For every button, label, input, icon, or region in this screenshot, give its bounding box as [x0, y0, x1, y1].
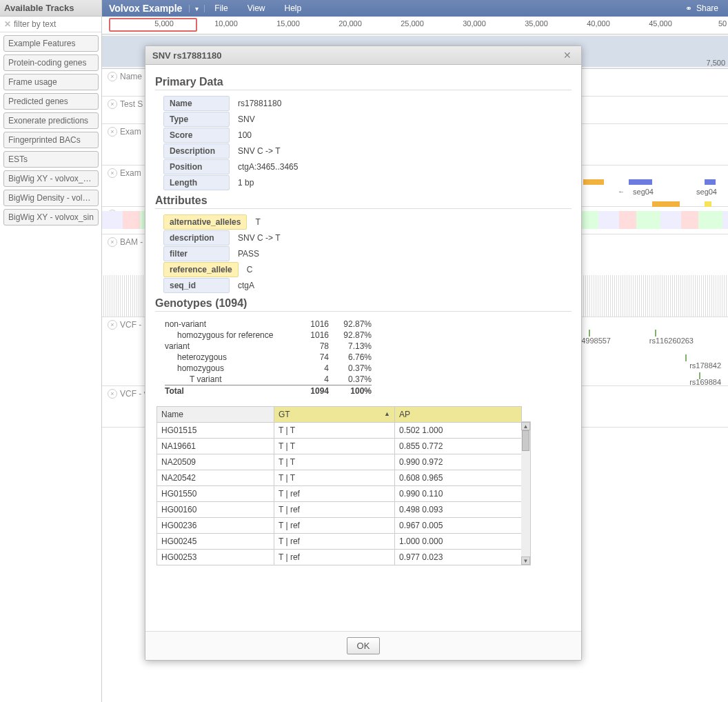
summary-row: homozygous for reference101692.87%: [165, 330, 372, 341]
table-row[interactable]: HG01515T | T0.502 1.000: [157, 423, 522, 439]
ruler[interactable]: 5,00010,00015,00020,00025,00030,00035,00…: [102, 17, 728, 34]
cell-ap: 0.967 0.005: [395, 518, 522, 534]
kv-row: TypeSNV: [163, 112, 572, 127]
topbar: Volvox Example ▾ File View Help ⚭Share: [102, 0, 728, 17]
cell-name: HG00245: [157, 534, 274, 550]
kv-key: reference_allele: [163, 262, 239, 277]
track-button[interactable]: BigWig XY - volvox_mic: [3, 170, 99, 187]
share-button[interactable]: ⚭Share: [676, 3, 728, 13]
overview-right-label: 7,500: [706, 59, 725, 67]
track-button[interactable]: Exonerate predictions: [3, 112, 99, 129]
vcf-variant[interactable]: [685, 354, 687, 361]
filter-row: ✕: [0, 17, 101, 32]
close-icon[interactable]: ✕: [560, 50, 574, 61]
table-row[interactable]: NA20509T | T0.990 0.972: [157, 454, 522, 470]
kv-row: alternative_allelesT: [163, 214, 572, 230]
track-label[interactable]: ×VCF -: [108, 320, 141, 330]
feature[interactable]: [705, 179, 716, 185]
menu-view[interactable]: View: [238, 3, 275, 13]
table-row[interactable]: HG00160T | ref0.498 0.093: [157, 502, 522, 518]
track-label[interactable]: ×Exam: [108, 127, 141, 137]
dialog-titlebar[interactable]: SNV rs17881180 ✕: [145, 46, 581, 65]
close-icon[interactable]: ×: [108, 99, 117, 109]
track-button[interactable]: Frame usage: [3, 74, 99, 90]
filter-input[interactable]: [14, 19, 83, 29]
feature[interactable]: [652, 201, 680, 207]
summary-row: non-variant101692.87%: [165, 319, 372, 330]
track-label[interactable]: ×BAM -: [108, 237, 143, 247]
cell-gt: T | ref: [274, 502, 395, 518]
clear-icon[interactable]: ✕: [4, 19, 11, 29]
track-label[interactable]: ×Test S: [108, 99, 143, 109]
summary-pct: 92.87%: [329, 319, 372, 329]
close-icon[interactable]: ×: [108, 168, 117, 178]
track-button[interactable]: Predicted genes: [3, 93, 99, 110]
table-row[interactable]: HG00253T | ref0.977 0.023: [157, 550, 522, 565]
scroll-thumb[interactable]: [522, 430, 529, 451]
kv-key: Length: [163, 175, 230, 190]
kv-value: SNV: [238, 114, 255, 124]
ok-button[interactable]: OK: [347, 637, 381, 654]
close-icon[interactable]: ×: [108, 72, 117, 81]
close-icon[interactable]: ×: [108, 127, 117, 137]
feature[interactable]: [629, 179, 652, 185]
summary-pct: 6.76%: [329, 352, 372, 362]
kv-value: T: [255, 217, 260, 227]
menu-help[interactable]: Help: [274, 3, 311, 13]
table-row[interactable]: HG01550T | ref0.990 0.110: [157, 486, 522, 502]
close-icon[interactable]: ×: [108, 389, 117, 399]
vcf-label: rs178842: [689, 361, 721, 370]
track-button[interactable]: Protein-coding genes: [3, 54, 99, 71]
summary-label: variant: [165, 341, 292, 351]
summary-pct: 0.37%: [329, 374, 372, 384]
summary-label: heterozygous: [165, 352, 292, 362]
close-icon[interactable]: ×: [108, 320, 117, 330]
col-ap[interactable]: AP: [395, 407, 522, 423]
menu-file[interactable]: File: [205, 3, 237, 13]
kv-key: Score: [163, 128, 230, 143]
feature[interactable]: [705, 201, 711, 207]
genotype-summary: non-variant101692.87%homozygous for refe…: [165, 319, 372, 397]
kv-value: SNV C -> T: [238, 146, 280, 156]
track-label[interactable]: ×Name: [108, 72, 142, 81]
kv-key: seq_id: [163, 278, 230, 293]
sort-asc-icon: ▲: [384, 410, 390, 417]
scroll-up-icon[interactable]: ▲: [521, 422, 530, 430]
col-gt[interactable]: GT▲: [274, 407, 395, 423]
track-label[interactable]: ×Exam: [108, 168, 141, 178]
kv-value: 100: [238, 130, 252, 140]
summary-count: 1016: [292, 330, 329, 340]
table-row[interactable]: NA20542T | T0.608 0.965: [157, 470, 522, 486]
kv-value: ctgA:3465..3465: [238, 162, 298, 172]
summary-label: T variant: [165, 374, 292, 384]
summary-label: non-variant: [165, 319, 292, 329]
close-icon[interactable]: ×: [108, 237, 117, 247]
track-button[interactable]: Fingerprinted BACs: [3, 132, 99, 148]
title-dropdown-icon[interactable]: ▾: [189, 5, 205, 12]
table-row[interactable]: HG00236T | ref0.967 0.005: [157, 518, 522, 534]
track-button[interactable]: BigWig XY - volvox_sin: [3, 209, 99, 225]
ruler-highlight[interactable]: [109, 18, 197, 32]
vcf-variant[interactable]: [589, 330, 590, 337]
cell-ap: 0.608 0.965: [395, 470, 522, 486]
table-row[interactable]: HG00245T | ref1.000 0.000: [157, 534, 522, 550]
kv-row: filterPASS: [163, 246, 572, 261]
kv-row: Namers17881180: [163, 96, 572, 111]
track-button[interactable]: BigWig Density - volvox: [3, 190, 99, 206]
vcf-variant[interactable]: [655, 330, 656, 337]
genotype-table-container: Name GT▲ AP HG01515T | T0.502 1.000NA196…: [155, 406, 520, 565]
cell-ap: 0.498 0.093: [395, 502, 522, 518]
summary-count: 4: [292, 363, 329, 373]
table-scrollbar[interactable]: ▲ ▼: [521, 421, 531, 565]
scroll-down-icon[interactable]: ▼: [521, 556, 530, 565]
track-button[interactable]: Example Features: [3, 35, 99, 52]
track-button[interactable]: ESTs: [3, 151, 99, 168]
app-title: Volvox Example: [102, 3, 189, 14]
col-name[interactable]: Name: [157, 407, 274, 423]
cell-gt: T | T: [274, 439, 395, 454]
feature[interactable]: [583, 179, 604, 185]
heading-genotypes: Genotypes (1094): [155, 297, 572, 312]
table-row[interactable]: NA19661T | T0.855 0.772: [157, 439, 522, 454]
summary-row: heterozygous746.76%: [165, 352, 372, 363]
cell-name: HG00236: [157, 518, 274, 534]
